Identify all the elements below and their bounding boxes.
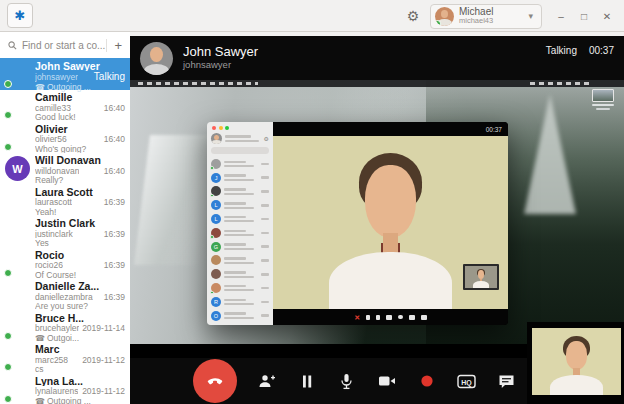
camera-button[interactable]	[370, 365, 403, 398]
phone-icon: ☎	[35, 83, 45, 92]
sidebar: + John SawyerjohnsawyerTalking☎Outgoing …	[0, 32, 130, 404]
call-header: John Sawyer johnsawyer Talking 00:37	[130, 36, 624, 80]
contact-list-item[interactable]: Laura Scottlaurascott16:39Yeah!	[0, 184, 130, 216]
contact-last-message: Are you sure?	[35, 302, 125, 311]
contact-list-item[interactable]: Camillecamille3316:40Good luck!	[0, 90, 130, 122]
contact-timestamp: 16:39	[101, 261, 125, 270]
call-timer: 00:37	[589, 45, 614, 56]
avatar	[211, 269, 221, 279]
message-text: Yes	[35, 239, 49, 248]
shared-app-contact-row	[211, 254, 269, 268]
contact-name: Lyna La...	[35, 376, 125, 387]
open-chat-button[interactable]	[490, 365, 523, 398]
traffic-light-buttons	[212, 126, 269, 130]
contact-list: John SawyerjohnsawyerTalking☎Outgoing ..…	[0, 58, 130, 404]
contact-avatar	[5, 314, 30, 339]
shared-app-contact-row: O	[211, 309, 269, 323]
contact-avatar	[5, 377, 30, 402]
profile-selector[interactable]: Michael michael43 ▾	[430, 4, 542, 29]
contact-list-item[interactable]: Lyna La...lynalaurens2019-11-12☎Outgoing…	[0, 373, 130, 404]
wallpaper-tree	[524, 94, 576, 214]
search-input[interactable]	[22, 40, 106, 51]
chevron-down-icon: ▾	[502, 11, 533, 21]
shared-app-contact-row: L	[211, 212, 269, 226]
self-view-pip[interactable]	[527, 322, 624, 404]
app-logo-button[interactable]: ✱	[7, 3, 33, 28]
contact-username: camille33	[35, 104, 71, 113]
contact-list-item[interactable]: WWill Donavanwilldonavan16:40Really?	[0, 153, 130, 185]
record-button[interactable]	[410, 365, 443, 398]
camera-icon	[386, 315, 392, 320]
contact-list-item[interactable]: Danielle Za...daniellezambra16:39Are you…	[0, 279, 130, 311]
contact-list-item[interactable]: Olivierolivier5616:40Who's going?	[0, 121, 130, 153]
contact-name: Bruce H...	[35, 313, 125, 324]
menubar-status-items	[530, 82, 590, 85]
message-text: Are you sure?	[35, 302, 88, 311]
shared-app-call-timer: 00:37	[273, 122, 508, 136]
shared-app-search	[211, 147, 269, 154]
hang-up-icon: ✕	[354, 314, 360, 321]
shared-app-profile: ⚙	[211, 133, 269, 144]
hold-icon	[366, 315, 370, 320]
shared-app-window: ⚙ JLLGRO 00:37	[207, 122, 508, 325]
hd-quality-button[interactable]: HQ	[450, 365, 483, 398]
shared-app-video-frame	[273, 136, 508, 309]
remote-person-video	[315, 143, 465, 309]
message-text: Yeah!	[35, 208, 56, 217]
avatar	[211, 255, 221, 265]
contact-username: rocio26	[35, 261, 63, 270]
message-text: Outgoi...	[47, 334, 79, 343]
self-video	[532, 328, 621, 395]
avatar: W	[5, 156, 30, 181]
avatar	[211, 159, 221, 169]
profile-avatar	[435, 7, 454, 26]
contact-timestamp: Talking	[91, 72, 125, 82]
contact-timestamp: 16:39	[101, 198, 125, 207]
contact-avatar	[5, 251, 30, 276]
message-text: Good luck!	[35, 113, 76, 122]
contact-last-message: ☎Outgoi...	[35, 334, 125, 343]
contact-list-item[interactable]: Rociorocio2616:39Of Course!	[0, 247, 130, 279]
hang-up-icon	[204, 370, 226, 392]
contact-last-message: ☎Outgoing ...	[35, 83, 125, 92]
shared-desktop-file-icon	[590, 89, 616, 110]
contact-name: Camille	[35, 92, 125, 103]
maximize-button[interactable]: □	[577, 11, 591, 22]
contact-name: Danielle Za...	[35, 281, 125, 292]
add-conversation-button[interactable]: +	[106, 39, 124, 52]
app-window: ✱ ⚙ Michael michael43 ▾ – □ ✕	[0, 0, 624, 404]
contact-name: John Sawyer	[35, 61, 125, 72]
avatar: L	[211, 214, 221, 224]
app-logo-icon: ✱	[15, 9, 26, 22]
contact-username: johnsawyer	[35, 73, 78, 82]
hang-up-button[interactable]	[193, 359, 237, 403]
search-row: +	[0, 32, 130, 58]
contact-last-message: cs	[35, 365, 125, 374]
contact-avatar	[5, 93, 30, 118]
contact-list-item[interactable]: Bruce H...brucehayler2019-11-14☎Outgoi..…	[0, 310, 130, 342]
hold-button[interactable]	[290, 365, 323, 398]
message-text: cs	[35, 365, 44, 374]
contact-list-item[interactable]: John SawyerjohnsawyerTalking☎Outgoing ..…	[0, 58, 130, 90]
contact-name: Rocio	[35, 250, 125, 261]
contact-list-item[interactable]: Marcmarc2582019-11-12cs	[0, 342, 130, 374]
message-text: Really?	[35, 176, 63, 185]
peer-username: johnsawyer	[183, 60, 258, 71]
mute-microphone-button[interactable]	[330, 365, 363, 398]
shared-app-contact-row	[211, 226, 269, 240]
menubar-items	[138, 82, 258, 85]
contact-list-item[interactable]: Justin Clarkjustinclark16:39Yes	[0, 216, 130, 248]
contact-username: laurascott	[35, 198, 72, 207]
contact-name: Justin Clark	[35, 218, 125, 229]
search-icon	[8, 41, 17, 50]
close-button[interactable]: ✕	[600, 11, 614, 22]
microphone-icon	[339, 373, 354, 390]
contact-username: willdonavan	[35, 167, 79, 176]
online-status-dot	[4, 269, 12, 277]
minimize-traffic-dot	[219, 126, 223, 130]
minimize-button[interactable]: –	[554, 11, 568, 22]
settings-button[interactable]: ⚙	[400, 4, 426, 29]
add-participant-button[interactable]	[250, 365, 283, 398]
record-icon	[420, 374, 434, 388]
call-status: Talking	[546, 45, 577, 56]
